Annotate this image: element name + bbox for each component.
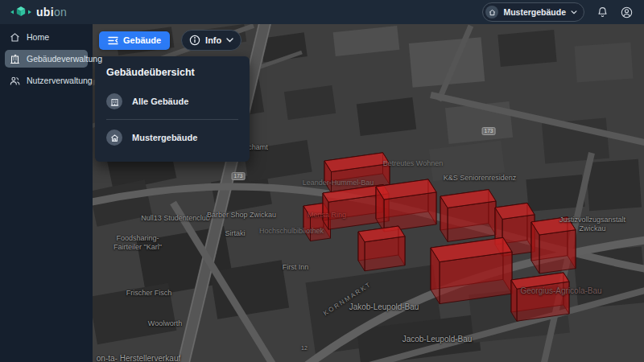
bell-icon	[597, 6, 608, 18]
panel-item-label: Alle Gebäude	[132, 97, 188, 106]
sidebar-item-nutzerverwaltung[interactable]: Nutzerverwaltung	[5, 72, 88, 89]
sidebar-item-label: Nutzerverwaltung	[27, 76, 93, 85]
account-button[interactable]	[621, 6, 633, 19]
sidebar: Home Gebäudeverwaltung Nutzerverwaltung	[0, 24, 93, 362]
gebaeudeuebersicht-panel: Gebäudeübersicht Alle Gebäude	[95, 56, 250, 162]
building-management-icon	[10, 54, 20, 64]
topbar: ubion Mustergebäude	[0, 0, 644, 24]
notifications-button[interactable]	[597, 6, 608, 18]
panel-item-label: Mustergebäude	[132, 133, 197, 142]
sidebar-item-gebaeudeverwaltung[interactable]: Gebäudeverwaltung	[5, 50, 88, 68]
sidebar-item-label: Gebäudeverwaltung	[27, 54, 102, 64]
panel-item-mustergebaeude[interactable]: Mustergebäude	[106, 125, 238, 150]
ubion-logo: ubion	[10, 5, 67, 19]
sidebar-item-label: Home	[27, 32, 49, 42]
panel-divider	[106, 119, 238, 120]
info-label: Info	[205, 35, 221, 45]
building-selector[interactable]: Mustergebäude	[482, 2, 584, 22]
logo-text: ubion	[36, 6, 67, 19]
info-dropdown[interactable]: Info	[181, 30, 242, 51]
panel-title: Gebäudeübersicht	[106, 67, 238, 78]
home-icon	[106, 130, 122, 146]
users-icon	[10, 76, 20, 86]
gebaeude-button-label: Gebäude	[123, 35, 161, 45]
panel-item-alle-gebaeude[interactable]: Alle Gebäude	[106, 88, 238, 114]
ubion-cube-icon	[10, 5, 31, 19]
home-icon	[10, 32, 20, 43]
account-icon	[621, 6, 633, 19]
building-selector-label: Mustergebäude	[503, 7, 566, 17]
gebaeude-button[interactable]: Gebäude	[99, 31, 170, 50]
list-collapse-icon	[108, 36, 118, 45]
buildings-icon	[106, 93, 122, 109]
chevron-down-icon	[226, 38, 233, 43]
home-icon	[485, 6, 498, 19]
chevron-down-icon	[571, 10, 577, 14]
sidebar-item-home[interactable]: Home	[5, 28, 88, 46]
info-icon	[189, 35, 200, 46]
